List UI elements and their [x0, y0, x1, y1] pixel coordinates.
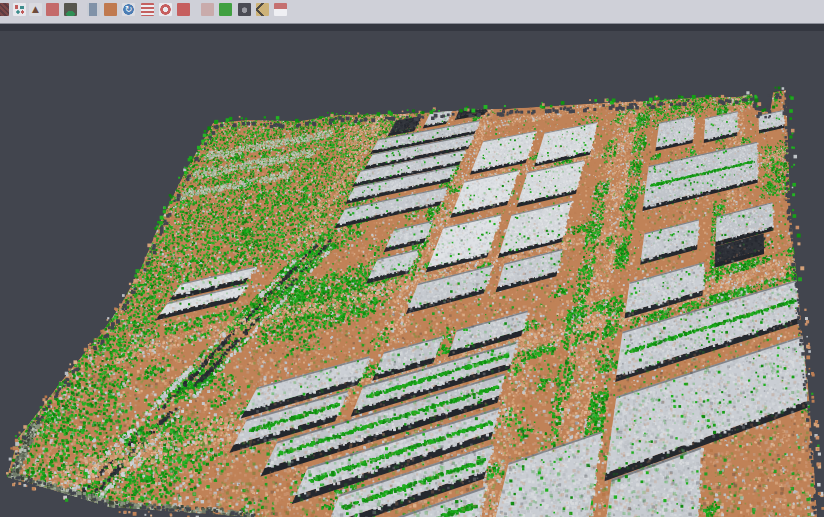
orthomosaic-icon[interactable]: [104, 3, 117, 16]
toolbar: ▲↻: [0, 0, 824, 24]
profile-icon[interactable]: [87, 3, 100, 16]
texture-icon[interactable]: [0, 3, 9, 16]
grid-icon[interactable]: [201, 3, 214, 16]
point-cloud-viewport[interactable]: [0, 0, 824, 517]
camera-icon[interactable]: [238, 3, 251, 16]
terrain-mesh-icon[interactable]: [64, 3, 77, 16]
classification-icon[interactable]: [219, 3, 232, 16]
report-icon[interactable]: [141, 3, 154, 16]
gcp-icon[interactable]: [256, 3, 269, 16]
reprocess-icon[interactable]: ↻: [122, 3, 135, 16]
crop-region-icon[interactable]: [177, 3, 190, 16]
tie-points-icon[interactable]: [13, 3, 26, 16]
markers-icon[interactable]: [46, 3, 59, 16]
application-window: ▲↻: [0, 0, 824, 517]
region-icon[interactable]: [159, 3, 172, 16]
dem-icon[interactable]: ▲: [29, 3, 42, 16]
flag-icon[interactable]: [274, 3, 287, 16]
